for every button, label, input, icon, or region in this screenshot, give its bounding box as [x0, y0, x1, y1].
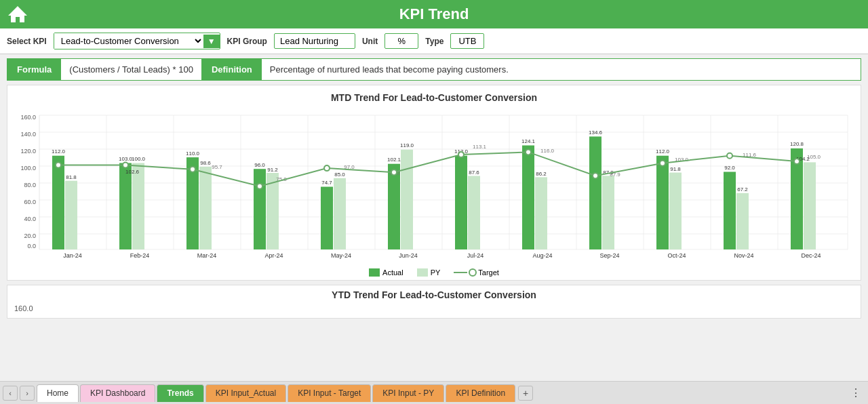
target-dot-jun: [391, 169, 397, 175]
target-dot-nov: [727, 153, 732, 159]
svg-text:112.0: 112.0: [52, 148, 66, 155]
mtd-chart-container: 160.0 140.0 120.0 100.0 80.0 60.0 40.0 2…: [14, 107, 854, 266]
formula-label: Formula: [7, 59, 61, 80]
tab-prev-button[interactable]: ‹: [3, 386, 18, 401]
legend-target-dash: [454, 272, 467, 273]
bar-jan-py: [65, 181, 77, 249]
legend-actual-box: [369, 268, 380, 277]
svg-text:20.0: 20.0: [24, 233, 36, 239]
legend-target: Target: [454, 268, 499, 277]
definition-section: Definition Percentage of nurtured leads …: [202, 59, 861, 80]
page-title: KPI Trend: [399, 5, 469, 23]
mtd-chart-title: MTD Trend For Lead-to-Customer Conversio…: [14, 92, 854, 103]
tab-menu-button[interactable]: ⋮: [846, 386, 865, 399]
svg-text:102.6: 102.6: [125, 169, 140, 175]
tab-kpi-input-actual[interactable]: KPI Input_Actual: [205, 384, 286, 402]
svg-text:120.8: 120.8: [790, 141, 804, 147]
kpi-select-wrapper[interactable]: Lead-to-Customer Conversion ▼: [54, 33, 220, 49]
target-dot-may: [324, 165, 330, 171]
bar-sep-py: [602, 176, 614, 249]
svg-text:120.0: 120.0: [20, 148, 36, 155]
bar-dec-py: [804, 162, 816, 249]
svg-text:Jul-24: Jul-24: [467, 252, 484, 259]
svg-text:40.0: 40.0: [24, 216, 36, 222]
svg-text:Feb-24: Feb-24: [130, 252, 150, 259]
formula-section: Formula (Customers / Total Leads) * 100: [7, 59, 202, 80]
svg-text:74.7: 74.7: [321, 180, 332, 186]
kpi-select[interactable]: Lead-to-Customer Conversion: [54, 33, 203, 49]
svg-text:113.1: 113.1: [473, 144, 487, 150]
legend-py: PY: [417, 268, 441, 277]
bar-jan-actual: [52, 156, 64, 249]
bar-feb-actual: [119, 163, 132, 250]
tab-next-button[interactable]: ›: [20, 386, 35, 401]
select-kpi-label: Select KPI: [7, 37, 47, 46]
bar-jul-actual: [455, 156, 467, 249]
target-dot-jul: [458, 152, 464, 157]
svg-text:80.0: 80.0: [24, 182, 36, 188]
svg-text:95.7: 95.7: [212, 164, 222, 170]
svg-text:Apr-24: Apr-24: [264, 252, 283, 259]
target-dot-sep: [593, 173, 598, 178]
tab-kpi-dashboard[interactable]: KPI Dashboard: [80, 384, 155, 402]
svg-text:86.2: 86.2: [536, 171, 547, 177]
target-dot-aug: [526, 149, 531, 155]
svg-text:60.0: 60.0: [24, 199, 36, 205]
unit-label: Unit: [362, 37, 378, 46]
type-label: Type: [425, 37, 443, 46]
svg-text:Sep-24: Sep-24: [599, 252, 619, 259]
definition-text: Percentage of nurtured leads that become…: [262, 59, 517, 80]
legend-target-label: Target: [478, 268, 499, 277]
type-value: UTB: [450, 33, 484, 49]
svg-text:Oct-24: Oct-24: [667, 252, 686, 259]
svg-marker-0: [8, 6, 27, 22]
svg-text:0.0: 0.0: [27, 243, 36, 249]
tab-trends[interactable]: Trends: [157, 384, 203, 402]
bar-jul-py: [468, 176, 480, 250]
unit-value: %: [384, 33, 418, 49]
bar-apr-actual: [254, 169, 266, 249]
bar-may-actual: [321, 187, 333, 250]
svg-text:87.6: 87.6: [469, 169, 479, 176]
legend-py-box: [417, 268, 428, 277]
legend-actual-label: Actual: [382, 268, 403, 277]
page-header: KPI Trend: [0, 0, 868, 28]
svg-text:98.6: 98.6: [200, 160, 211, 166]
svg-text:96.0: 96.0: [254, 162, 265, 168]
svg-text:100.0: 100.0: [132, 156, 146, 162]
tab-home[interactable]: Home: [37, 384, 79, 402]
legend-actual: Actual: [369, 268, 403, 277]
controls-row: Select KPI Lead-to-Customer Conversion ▼…: [0, 28, 868, 54]
kpi-dropdown-arrow[interactable]: ▼: [203, 35, 220, 48]
target-dot-jan: [56, 163, 61, 168]
svg-text:92.0: 92.0: [724, 165, 735, 171]
bar-nov-py: [736, 193, 749, 249]
bar-aug-actual: [522, 146, 534, 250]
bar-sep-actual: [589, 136, 601, 249]
svg-text:81.8: 81.8: [66, 174, 77, 180]
home-icon[interactable]: [7, 3, 28, 25]
svg-text:85.0: 85.0: [334, 171, 345, 178]
bar-may-py: [334, 178, 346, 249]
svg-text:103.0: 103.0: [119, 156, 133, 162]
mtd-chart-area: MTD Trend For Lead-to-Customer Conversio…: [7, 85, 861, 281]
ytd-chart-title: YTD Trend For Lead-to-Customer Conversio…: [14, 289, 854, 300]
svg-text:67.2: 67.2: [737, 186, 748, 193]
formula-text: (Customers / Total Leads) * 100: [61, 59, 201, 80]
svg-text:105.0: 105.0: [807, 154, 821, 160]
target-dot-oct: [660, 161, 665, 166]
target-dot-dec: [794, 159, 800, 164]
tab-kpi-definition[interactable]: KPI Definition: [446, 384, 515, 402]
bar-nov-actual: [724, 172, 736, 250]
mtd-chart-svg: 160.0 140.0 120.0 100.0 80.0 60.0 40.0 2…: [14, 107, 854, 263]
target-dot-feb: [123, 163, 128, 168]
tab-kpi-input-py[interactable]: KPI Input - PY: [372, 384, 444, 402]
legend-target-circle: [469, 268, 477, 277]
ytd-chart-area: YTD Trend For Lead-to-Customer Conversio…: [7, 285, 861, 319]
svg-text:116.0: 116.0: [540, 148, 555, 154]
svg-text:102.1: 102.1: [387, 157, 401, 163]
tab-add-button[interactable]: +: [518, 386, 533, 401]
tab-kpi-input-target[interactable]: KPI Input - Target: [288, 384, 371, 402]
bar-oct-actual: [656, 156, 669, 249]
target-dot-apr: [257, 184, 262, 189]
